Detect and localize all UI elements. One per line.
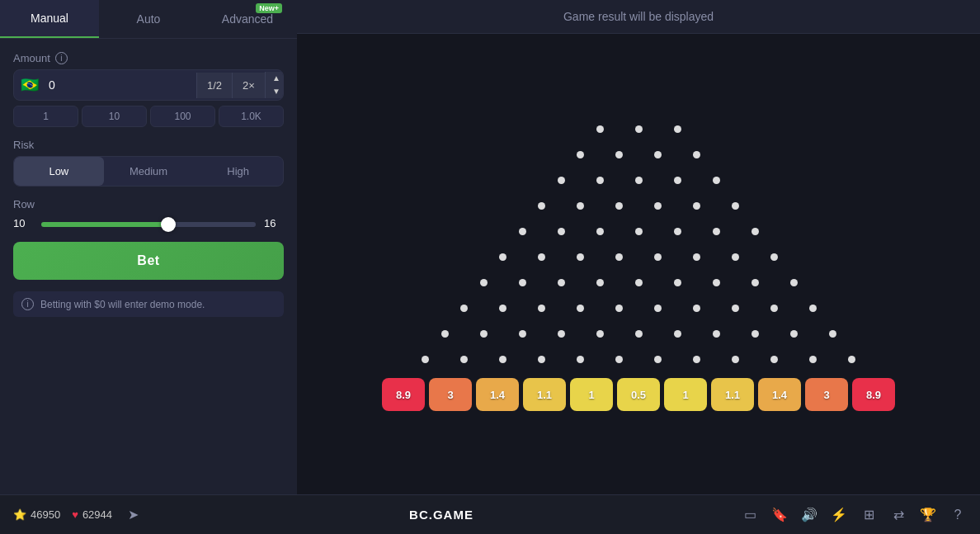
star-icon: ⭐ (13, 508, 26, 521)
risk-group: Low Medium High (13, 156, 284, 187)
peg-row (422, 356, 855, 363)
amount-up-button[interactable]: ▲ (266, 72, 284, 85)
tab-manual[interactable]: Manual (0, 0, 99, 38)
peg (751, 330, 759, 338)
peg (674, 330, 681, 338)
peg-row (441, 330, 836, 338)
peg (538, 202, 545, 210)
bet-button[interactable]: Bet (13, 242, 284, 280)
risk-high[interactable]: High (193, 157, 283, 186)
peg (519, 228, 526, 235)
peg (460, 305, 468, 312)
tab-advanced[interactable]: Advanced New+ (198, 0, 297, 38)
slider-container (41, 215, 256, 230)
window-icon[interactable]: ▭ (741, 506, 759, 524)
game-result-bar: Game result will be displayed (297, 0, 980, 34)
peg (770, 305, 778, 312)
peg-row (538, 202, 739, 210)
tab-auto[interactable]: Auto (99, 0, 198, 38)
amount-input[interactable] (45, 70, 196, 100)
demo-info-icon: i (21, 298, 34, 310)
bucket-5: 0.5 (617, 378, 660, 411)
peg (751, 228, 759, 235)
quick-100[interactable]: 100 (150, 106, 215, 127)
quick-1k[interactable]: 1.0K (219, 106, 284, 127)
quick-amounts: 1 10 100 1.0K (13, 106, 284, 127)
send-icon[interactable]: ➤ (124, 506, 142, 524)
peg (615, 151, 623, 158)
amount-section: Amount i 🇧🇷 1/2 2× ▲ ▼ 1 10 100 (13, 52, 284, 127)
amount-info-icon[interactable]: i (55, 52, 68, 64)
bucket-7: 1.1 (711, 378, 754, 411)
peg (558, 228, 565, 235)
quick-10[interactable]: 10 (82, 106, 147, 127)
peg-row (460, 305, 817, 312)
peg (558, 177, 565, 184)
peg (460, 356, 468, 363)
peg (499, 356, 506, 363)
peg (770, 253, 778, 261)
peg (732, 356, 739, 363)
brand-name: BC.GAME (409, 508, 474, 522)
peg (732, 253, 739, 261)
double-button[interactable]: 2× (232, 73, 265, 98)
stars-stat: ⭐ 46950 (13, 508, 60, 521)
peg (848, 356, 855, 363)
trophy-icon[interactable]: 🏆 (919, 506, 937, 524)
help-icon[interactable]: ? (949, 506, 967, 524)
half-button[interactable]: 1/2 (196, 73, 232, 98)
peg (751, 279, 759, 286)
panel-body: Amount i 🇧🇷 1/2 2× ▲ ▼ 1 10 100 (0, 39, 297, 330)
peg (693, 356, 700, 363)
peg (674, 228, 681, 235)
peg (577, 151, 584, 158)
bucket-8: 1.4 (758, 378, 801, 411)
volume-icon[interactable]: 🔊 (800, 506, 818, 524)
risk-low[interactable]: Low (14, 157, 104, 186)
peg-row (558, 177, 720, 184)
peg-row (499, 253, 778, 261)
bookmark-icon[interactable]: 🔖 (770, 506, 789, 524)
peg (713, 330, 720, 338)
risk-medium[interactable]: Medium (104, 157, 194, 186)
hearts-stat: ♥ 62944 (72, 508, 112, 521)
peg (693, 202, 700, 210)
peg-row (480, 279, 798, 286)
peg (770, 356, 778, 363)
peg (654, 151, 662, 158)
peg (615, 305, 623, 312)
amount-label: Amount i (13, 52, 284, 64)
peg (674, 177, 681, 184)
peg (577, 202, 584, 210)
peg (693, 305, 700, 312)
peg-row (577, 151, 700, 158)
tabs: Manual Auto Advanced New+ (0, 0, 297, 39)
row-max-value: 16 (264, 217, 284, 229)
peg (615, 202, 623, 210)
grid-icon[interactable]: ⊞ (860, 506, 878, 524)
footer: ⭐ 46950 ♥ 62944 ➤ BC.GAME ▭ 🔖 🔊 ⚡ ⊞ ⇄ 🏆 … (0, 494, 980, 534)
peg (732, 305, 739, 312)
game-result-text: Game result will be displayed (563, 10, 714, 23)
bucket-1: 3 (429, 378, 472, 411)
lightning-icon[interactable]: ⚡ (830, 506, 848, 524)
bucket-2: 1.4 (476, 378, 519, 411)
heart-icon: ♥ (72, 508, 78, 521)
shuffle-icon[interactable]: ⇄ (889, 506, 907, 524)
bucket-10: 8.9 (852, 378, 895, 411)
bucket-4: 1 (570, 378, 613, 411)
peg (558, 330, 565, 338)
peg (577, 305, 584, 312)
amount-down-button[interactable]: ▼ (266, 85, 284, 98)
peg (519, 279, 526, 286)
row-slider[interactable] (41, 222, 256, 227)
demo-notice: i Betting with $0 will enter demo mode. (13, 291, 284, 317)
peg (596, 177, 604, 184)
quick-1[interactable]: 1 (13, 106, 78, 127)
peg (654, 253, 662, 261)
peg (809, 305, 817, 312)
peg (596, 125, 604, 133)
new-badge: New+ (256, 3, 282, 13)
peg (480, 279, 488, 286)
peg (499, 305, 506, 312)
